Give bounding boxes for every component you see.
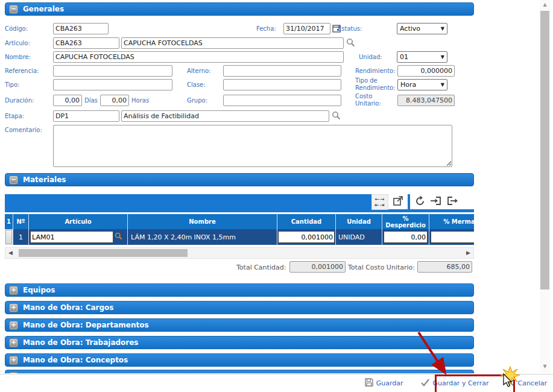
rendimiento-input[interactable] bbox=[397, 65, 455, 77]
chevron-down-icon: ▼ bbox=[441, 54, 444, 60]
total-cantidad-label: Total Cantidad: bbox=[236, 264, 286, 271]
grupo-label: Grupo: bbox=[187, 97, 207, 104]
nombre-input[interactable] bbox=[53, 51, 344, 63]
referencia-input[interactable] bbox=[53, 65, 172, 77]
expand-plus-icon[interactable]: + bbox=[9, 356, 18, 365]
duracion-horas-input[interactable] bbox=[100, 95, 129, 106]
etapa-magnifier-icon[interactable] bbox=[332, 111, 341, 120]
collapse-minus-icon[interactable]: − bbox=[9, 5, 18, 14]
row-magnifier-icon[interactable] bbox=[115, 232, 122, 242]
total-cantidad-input bbox=[289, 261, 346, 273]
row-selector[interactable] bbox=[5, 230, 12, 244]
table-header-row: 1 Nº Artículo Nombre Cantidad Unidad % D… bbox=[5, 214, 474, 229]
section-title: Mano de Obra: Conceptos bbox=[23, 356, 128, 364]
col-header-merma[interactable]: % Merma bbox=[429, 214, 474, 229]
section-header-partial[interactable]: + bbox=[5, 370, 474, 373]
tipo-rendimiento-select[interactable]: Hora▼ bbox=[397, 79, 447, 90]
row-nombre: LÁM 1,20 X 2,40m INOX 1,5mm bbox=[128, 229, 277, 245]
scroll-up-icon[interactable]: ▲ bbox=[540, 2, 550, 7]
vscroll-thumb[interactable] bbox=[540, 11, 549, 289]
col-header-articulo[interactable]: Artículo bbox=[29, 214, 128, 229]
tipo-rendimiento-label: Tipo de Rendimiento: bbox=[355, 77, 394, 91]
codigo-input[interactable] bbox=[53, 23, 109, 34]
unidad-select[interactable]: 01▼ bbox=[397, 51, 447, 63]
alterno-label: Alterno: bbox=[187, 68, 210, 74]
col-header-unidad[interactable]: Unidad bbox=[336, 214, 382, 229]
section-header-equipos[interactable]: + Equipos bbox=[5, 283, 474, 297]
referencia-label: Referencia: bbox=[5, 68, 39, 74]
import-icon[interactable] bbox=[430, 195, 442, 208]
materiales-table: 1 Nº Artículo Nombre Cantidad Unidad % D… bbox=[5, 214, 474, 245]
row-desperdicio-input[interactable] bbox=[384, 231, 428, 243]
hscroll-thumb[interactable] bbox=[19, 249, 188, 257]
row-merma-input[interactable] bbox=[431, 231, 474, 243]
section-title: Generales bbox=[23, 5, 64, 13]
section-header-mo-cargos[interactable]: + Mano de Obra: Cargos bbox=[5, 301, 474, 314]
check-icon bbox=[420, 378, 430, 388]
unidad-label: Unidad: bbox=[359, 54, 382, 60]
scroll-down-icon[interactable]: ▼ bbox=[540, 364, 550, 369]
total-costo-label: Total Costo Unitario: bbox=[348, 264, 415, 271]
grupo-input[interactable] bbox=[223, 95, 341, 106]
expand-plus-icon[interactable]: + bbox=[9, 286, 18, 295]
col-header-desperdicio[interactable]: % Desperdicio bbox=[382, 214, 429, 229]
horizontal-scrollbar[interactable]: ◀ ▶ bbox=[5, 247, 474, 259]
etapa-name-input[interactable] bbox=[121, 110, 329, 122]
estatus-label: Estatus: bbox=[338, 25, 362, 32]
section-header-materiales[interactable]: − Materiales bbox=[5, 173, 474, 186]
chevron-down-icon: ▼ bbox=[441, 26, 444, 31]
export-icon[interactable] bbox=[446, 195, 458, 208]
col-header-num[interactable]: Nº bbox=[13, 214, 29, 229]
section-header-generales[interactable]: − Generales bbox=[5, 2, 474, 16]
row-unidad: UNIDAD bbox=[336, 229, 382, 245]
section-header-mo-conceptos[interactable]: + Mano de Obra: Conceptos bbox=[5, 353, 474, 367]
chevron-down-icon: ▼ bbox=[441, 82, 444, 87]
comentario-textarea[interactable] bbox=[53, 125, 452, 167]
scroll-right-icon[interactable]: ▶ bbox=[466, 250, 470, 256]
codigo-label: Código: bbox=[5, 25, 28, 32]
collapse-minus-icon[interactable]: − bbox=[9, 175, 18, 185]
fecha-input[interactable] bbox=[283, 23, 330, 34]
row-cantidad-input[interactable] bbox=[278, 231, 335, 243]
alterno-input[interactable] bbox=[223, 65, 341, 77]
open-window-icon[interactable] bbox=[393, 195, 403, 208]
footer-bar: Guardar Guardar y Cerrar Cancelar bbox=[0, 374, 553, 392]
section-header-mo-departamentos[interactable]: + Mano de Obra: Departamentos bbox=[5, 318, 474, 332]
section-title: Mano de Obra: Trabajadores bbox=[23, 338, 139, 347]
table-row[interactable]: 1 LÁM 1,20 X 2,40m INOX 1,5mm UNIDAD bbox=[5, 229, 474, 245]
row-articulo-input[interactable] bbox=[30, 231, 113, 243]
col-header-select[interactable]: 1 bbox=[5, 214, 13, 229]
expand-plus-icon[interactable]: + bbox=[9, 338, 18, 347]
guardar-button[interactable]: Guardar bbox=[365, 378, 403, 388]
tipo-label: Tipo: bbox=[5, 81, 19, 88]
vertical-scrollbar[interactable]: ▲ ▼ bbox=[540, 0, 550, 373]
dias-label: Días bbox=[84, 97, 98, 104]
refresh-icon[interactable] bbox=[414, 195, 426, 209]
duracion-dias-input[interactable] bbox=[53, 95, 82, 106]
clase-label: Clase: bbox=[187, 81, 206, 88]
rendimiento-label: Rendimiento: bbox=[355, 68, 396, 74]
scroll-left-icon[interactable]: ◀ bbox=[8, 250, 13, 256]
column-fit-icon[interactable]: ←→⇤⇥ bbox=[371, 194, 388, 210]
comentario-label: Comentario: bbox=[5, 127, 42, 133]
section-header-mo-trabajadores[interactable]: + Mano de Obra: Trabajadores bbox=[5, 336, 474, 349]
clase-input[interactable] bbox=[223, 79, 341, 90]
row-num: 1 bbox=[13, 229, 29, 245]
cancelar-button[interactable]: Cancelar bbox=[507, 379, 547, 388]
col-header-cantidad[interactable]: Cantidad bbox=[277, 214, 336, 229]
resize-grip-icon[interactable] bbox=[446, 160, 452, 166]
expand-plus-icon[interactable]: + bbox=[9, 321, 18, 330]
total-costo-input bbox=[417, 261, 472, 273]
tipo-input[interactable] bbox=[53, 79, 172, 90]
horas-label: Horas bbox=[131, 97, 149, 104]
expand-plus-icon[interactable]: + bbox=[9, 372, 18, 374]
expand-plus-icon[interactable]: + bbox=[9, 303, 18, 312]
col-header-nombre[interactable]: Nombre bbox=[128, 214, 277, 229]
etapa-label: Etapa: bbox=[5, 113, 24, 119]
guardar-cerrar-button[interactable]: Guardar y Cerrar bbox=[420, 378, 489, 388]
articulo-magnifier-icon[interactable] bbox=[346, 38, 355, 47]
estatus-select[interactable]: Activo▼ bbox=[397, 23, 447, 34]
articulo-code-input[interactable] bbox=[53, 37, 119, 49]
articulo-name-input[interactable] bbox=[121, 37, 344, 49]
etapa-code-input[interactable] bbox=[53, 110, 119, 122]
